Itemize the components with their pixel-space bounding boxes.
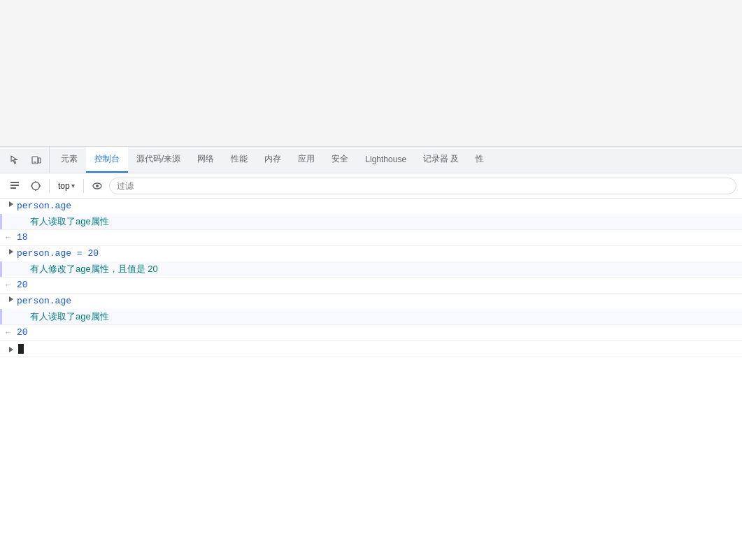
toolbar-divider bbox=[49, 179, 50, 193]
tab-network[interactable]: 网络 bbox=[189, 147, 222, 173]
console-expression-text-2: person.age = 20 bbox=[17, 247, 99, 260]
console-cursor-entry[interactable] bbox=[0, 341, 742, 357]
expand-arrow-placeholder-3 bbox=[19, 310, 30, 312]
expand-arrow-icon-cursor bbox=[6, 345, 17, 352]
expand-arrow-icon[interactable] bbox=[6, 200, 17, 207]
tab-performance[interactable]: 性能 bbox=[222, 147, 256, 173]
console-expression-text-3: person.age bbox=[17, 295, 71, 308]
console-line[interactable]: person.age bbox=[0, 199, 742, 214]
tab-application[interactable]: 应用 bbox=[290, 147, 323, 173]
console-log-line: 有人读取了age属性 bbox=[0, 214, 742, 229]
console-return-entry-2: ← 20 bbox=[0, 278, 742, 294]
inspect-element-icon[interactable] bbox=[6, 150, 25, 170]
console-return-line-2: ← 20 bbox=[0, 278, 742, 293]
chevron-down-icon: ▾ bbox=[71, 182, 75, 189]
console-log-text-2: 有人修改了age属性，且值是 20 bbox=[30, 263, 158, 275]
console-return-value: 18 bbox=[17, 231, 28, 244]
svg-point-7 bbox=[32, 182, 40, 189]
return-marker-icon-2: ← bbox=[6, 279, 17, 292]
tab-bar-icons bbox=[3, 147, 50, 173]
svg-rect-6 bbox=[10, 187, 16, 189]
tab-memory[interactable]: 内存 bbox=[256, 147, 290, 173]
console-expression-text: person.age bbox=[17, 200, 71, 213]
block-settings-button[interactable] bbox=[27, 177, 45, 195]
expand-arrow-icon-2[interactable] bbox=[6, 247, 17, 254]
svg-rect-4 bbox=[10, 182, 19, 183]
console-return-value-3: 20 bbox=[17, 326, 28, 339]
eye-icon-button[interactable] bbox=[88, 177, 106, 195]
console-return-line: ← 18 bbox=[0, 230, 742, 245]
console-line-3[interactable]: person.age bbox=[0, 294, 742, 309]
tab-recorder[interactable]: 记录器 及 bbox=[415, 147, 467, 173]
tab-performance2[interactable]: 性 bbox=[467, 147, 492, 173]
svg-point-13 bbox=[96, 185, 99, 187]
tab-lighthouse[interactable]: Lighthouse bbox=[357, 147, 415, 173]
return-marker-icon-3: ← bbox=[6, 326, 17, 339]
svg-rect-2 bbox=[38, 158, 41, 163]
expand-arrow-placeholder bbox=[19, 215, 30, 217]
console-log-text-3: 有人读取了age属性 bbox=[30, 310, 109, 323]
device-toolbar-icon[interactable] bbox=[27, 150, 46, 170]
tab-bar: 元素 控制台 源代码/来源 网络 性能 内存 应用 安全 Lighthouse … bbox=[0, 147, 742, 173]
console-return-entry: ← 18 bbox=[0, 230, 742, 246]
filter-input[interactable] bbox=[109, 178, 736, 194]
clear-console-button[interactable] bbox=[6, 177, 24, 195]
toolbar-divider-2 bbox=[83, 179, 84, 193]
console-log-text: 有人读取了age属性 bbox=[30, 215, 109, 228]
console-entry: person.age 有人读取了age属性 bbox=[0, 199, 742, 230]
text-cursor bbox=[18, 344, 24, 354]
tab-elements[interactable]: 元素 bbox=[52, 147, 86, 173]
top-area bbox=[0, 0, 742, 147]
expand-arrow-icon-3[interactable] bbox=[6, 295, 17, 302]
devtools-container: 元素 控制台 源代码/来源 网络 性能 内存 应用 安全 Lighthouse … bbox=[0, 147, 742, 560]
tab-security[interactable]: 安全 bbox=[323, 147, 357, 173]
return-marker-icon: ← bbox=[6, 231, 17, 244]
expand-arrow-placeholder-2 bbox=[19, 263, 30, 264]
console-content: person.age 有人读取了age属性 ← 18 person.age = … bbox=[0, 199, 742, 560]
console-log-line-2: 有人修改了age属性，且值是 20 bbox=[0, 261, 742, 277]
tab-console[interactable]: 控制台 bbox=[86, 147, 128, 173]
console-return-value-2: 20 bbox=[17, 279, 28, 292]
console-return-line-3: ← 20 bbox=[0, 325, 742, 340]
console-line-2[interactable]: person.age = 20 bbox=[0, 246, 742, 261]
tab-sources[interactable]: 源代码/来源 bbox=[128, 147, 189, 173]
context-selector[interactable]: top ▾ bbox=[54, 180, 79, 192]
console-entry-2: person.age = 20 有人修改了age属性，且值是 20 bbox=[0, 246, 742, 278]
console-entry-3: person.age 有人读取了age属性 bbox=[0, 294, 742, 325]
console-return-entry-3: ← 20 bbox=[0, 325, 742, 341]
console-toolbar: top ▾ bbox=[0, 173, 742, 199]
console-log-line-3: 有人读取了age属性 bbox=[0, 309, 742, 324]
console-cursor-line[interactable] bbox=[0, 341, 742, 357]
svg-rect-5 bbox=[10, 185, 19, 186]
